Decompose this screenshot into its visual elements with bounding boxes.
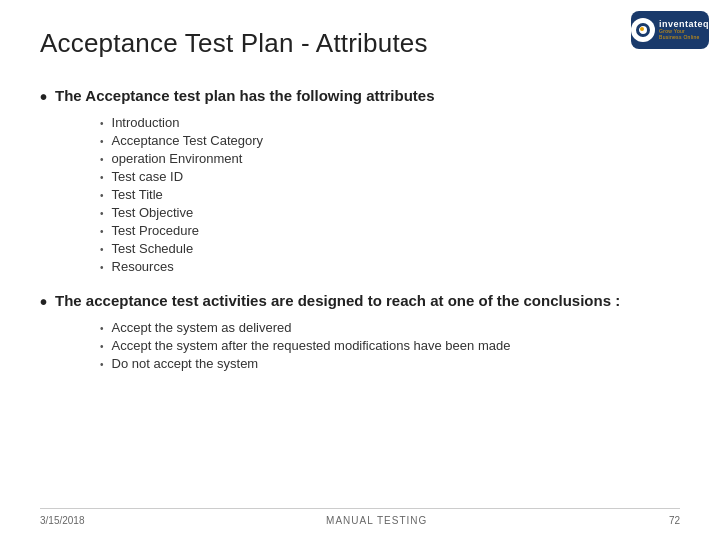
- slide-title: Acceptance Test Plan - Attributes: [40, 28, 680, 59]
- list-item: •Introduction: [100, 115, 680, 130]
- sub-bullet-dot: •: [100, 323, 104, 334]
- sub-item-text: Test Schedule: [112, 241, 194, 256]
- sub-item-text: Do not accept the system: [112, 356, 259, 371]
- slide-footer: 3/15/2018 MANUAL TESTING 72: [40, 508, 680, 526]
- sub-bullet-dot: •: [100, 262, 104, 273]
- sub-item-text: Test Title: [112, 187, 163, 202]
- logo-icon-inner: [636, 23, 650, 37]
- list-item: •Do not accept the system: [100, 356, 680, 371]
- sub-bullet-dot: •: [100, 118, 104, 129]
- logo-box: inventateq Grow Your Business Online: [631, 11, 709, 49]
- logo-icon: [631, 18, 655, 42]
- sub-item-text: Introduction: [112, 115, 180, 130]
- section2-sub-list: •Accept the system as delivered •Accept …: [40, 320, 680, 371]
- slide-container: inventateq Grow Your Business Online Acc…: [0, 0, 720, 540]
- list-item: •Accept the system after the requested m…: [100, 338, 680, 353]
- list-item: •operation Environment: [100, 151, 680, 166]
- section1-main-bullet: • The Acceptance test plan has the follo…: [40, 87, 680, 107]
- sub-bullet-dot: •: [100, 359, 104, 370]
- sub-item-text: Acceptance Test Category: [112, 133, 264, 148]
- section2: • The acceptance test activities are des…: [40, 292, 680, 371]
- logo-sub-text: Grow Your Business Online: [659, 29, 709, 40]
- sub-bullet-dot: •: [100, 190, 104, 201]
- list-item: •Resources: [100, 259, 680, 274]
- footer-date: 3/15/2018: [40, 515, 85, 526]
- section1: • The Acceptance test plan has the follo…: [40, 87, 680, 274]
- footer-center-text: MANUAL TESTING: [326, 515, 427, 526]
- logo-area: inventateq Grow Your Business Online: [630, 10, 710, 50]
- sub-bullet-dot: •: [100, 154, 104, 165]
- sub-bullet-dot: •: [100, 341, 104, 352]
- sub-item-text: Resources: [112, 259, 174, 274]
- bullet-dot-1: •: [40, 87, 47, 107]
- section2-main-bullet: • The acceptance test activities are des…: [40, 292, 680, 312]
- sub-item-text: Test Objective: [112, 205, 194, 220]
- sub-item-text: Accept the system after the requested mo…: [112, 338, 511, 353]
- list-item: •Acceptance Test Category: [100, 133, 680, 148]
- section1-sub-list: •Introduction •Acceptance Test Category …: [40, 115, 680, 274]
- section1-main-text: The Acceptance test plan has the followi…: [55, 87, 435, 104]
- logo-text-block: inventateq Grow Your Business Online: [659, 20, 709, 41]
- sub-bullet-dot: •: [100, 136, 104, 147]
- sub-item-text: Test case ID: [112, 169, 184, 184]
- sub-item-text: Accept the system as delivered: [112, 320, 292, 335]
- section2-main-text: The acceptance test activities are desig…: [55, 292, 620, 309]
- list-item: •Test case ID: [100, 169, 680, 184]
- list-item: •Test Title: [100, 187, 680, 202]
- sub-bullet-dot: •: [100, 226, 104, 237]
- list-item: •Test Procedure: [100, 223, 680, 238]
- list-item: •Test Schedule: [100, 241, 680, 256]
- sub-bullet-dot: •: [100, 208, 104, 219]
- sub-item-text: Test Procedure: [112, 223, 199, 238]
- bullet-dot-2: •: [40, 292, 47, 312]
- sub-bullet-dot: •: [100, 172, 104, 183]
- sub-item-text: operation Environment: [112, 151, 243, 166]
- sub-bullet-dot: •: [100, 244, 104, 255]
- list-item: •Test Objective: [100, 205, 680, 220]
- footer-page-number: 72: [669, 515, 680, 526]
- list-item: •Accept the system as delivered: [100, 320, 680, 335]
